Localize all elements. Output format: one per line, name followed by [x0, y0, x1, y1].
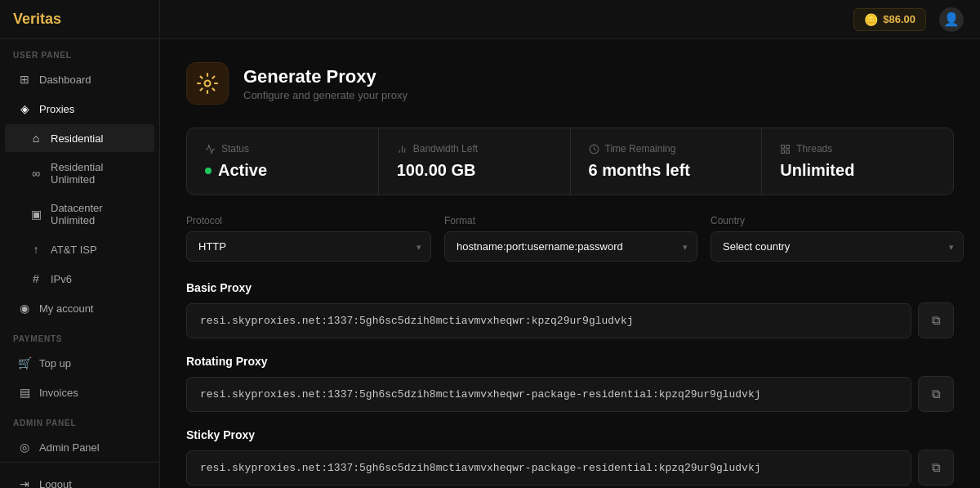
- user-panel-label: USER PANEL: [0, 39, 159, 65]
- stat-bandwidth-label: Bandwidth Left: [397, 143, 552, 154]
- balance-badge[interactable]: 🪙 $86.00: [853, 8, 926, 31]
- sidebar-item-label: Admin Panel: [39, 441, 100, 454]
- page-icon: [186, 62, 229, 105]
- sidebar-item-top-up[interactable]: 🛒 Top up: [5, 349, 154, 377]
- app-logo: Veritas: [0, 0, 159, 39]
- ipv6-icon: #: [29, 272, 42, 285]
- logout-icon: ⇥: [18, 477, 31, 488]
- payments-label: PAYMENTS: [0, 323, 159, 348]
- page-header: Generate Proxy Configure and generate yo…: [186, 62, 954, 105]
- sidebar-item-label: My account: [39, 302, 93, 315]
- app-name: Veritas: [13, 11, 61, 28]
- basic-proxy-section: Basic Proxy ⧉: [186, 281, 954, 338]
- basic-proxy-input[interactable]: [186, 303, 911, 338]
- svg-point-0: [205, 81, 211, 87]
- svg-rect-6: [786, 145, 790, 148]
- svg-rect-7: [782, 150, 785, 153]
- rotating-proxy-title: Rotating Proxy: [186, 355, 954, 368]
- sidebar-item-dashboard[interactable]: ⊞ Dashboard: [5, 65, 154, 93]
- user-icon: 👤: [943, 11, 960, 27]
- wallet-icon: 🪙: [864, 13, 878, 26]
- admin-icon: ◎: [18, 441, 31, 454]
- copy-icon: ⧉: [932, 460, 941, 475]
- stat-time-value: 6 months left: [589, 161, 744, 180]
- stat-bandwidth: Bandwidth Left 100.00 GB: [379, 128, 571, 195]
- rotating-proxy-row: ⧉: [186, 376, 954, 412]
- green-dot: [205, 168, 212, 174]
- stat-threads: Threads Unlimited: [762, 128, 953, 195]
- controls-row: Protocol HTTP HTTPS SOCKS5 ▾ Format host…: [186, 215, 954, 262]
- country-label: Country: [710, 215, 964, 226]
- sidebar-item-my-account[interactable]: ◉ My account: [5, 294, 154, 322]
- sticky-proxy-copy-button[interactable]: ⧉: [918, 450, 954, 486]
- stat-time: Time Remaining 6 months left: [571, 128, 763, 195]
- stat-status: Status Active: [187, 128, 379, 195]
- page-title-group: Generate Proxy Configure and generate yo…: [243, 66, 408, 101]
- sidebar-item-label: Dashboard: [39, 74, 91, 86]
- copy-icon: ⧉: [932, 387, 941, 401]
- user-avatar[interactable]: 👤: [939, 7, 964, 32]
- datacenter-icon: ▣: [29, 208, 42, 221]
- protocol-label: Protocol: [186, 215, 431, 226]
- sidebar-item-label: IPv6: [51, 273, 72, 285]
- page-title: Generate Proxy: [243, 66, 408, 87]
- basic-proxy-title: Basic Proxy: [186, 281, 954, 294]
- stat-time-label: Time Remaining: [589, 143, 744, 154]
- sidebar-item-logout[interactable]: ⇥ Logout: [5, 470, 154, 488]
- topbar: 🪙 $86.00 👤: [160, 0, 980, 39]
- stat-status-value: Active: [205, 161, 360, 180]
- rotating-proxy-section: Rotating Proxy ⧉: [186, 355, 954, 412]
- svg-rect-8: [786, 150, 790, 153]
- sidebar-item-ipv6[interactable]: # IPv6: [5, 265, 154, 293]
- sticky-proxy-input[interactable]: [186, 450, 911, 486]
- sidebar-item-label: Logout: [39, 478, 72, 489]
- page-content: Generate Proxy Configure and generate yo…: [160, 39, 980, 488]
- format-label: Format: [444, 215, 697, 226]
- rotating-proxy-copy-button[interactable]: ⧉: [918, 376, 954, 412]
- sidebar-item-label: Proxies: [39, 103, 74, 115]
- balance-value: $86.00: [883, 13, 915, 25]
- stat-threads-value: Unlimited: [780, 161, 935, 180]
- invoices-icon: ▤: [18, 386, 31, 399]
- sidebar-item-label: Top up: [39, 357, 71, 369]
- sidebar-item-invoices[interactable]: ▤ Invoices: [5, 378, 154, 406]
- format-select-wrap: hostname:port:username:password username…: [444, 231, 697, 262]
- residential-unlimited-icon: ∞: [29, 167, 42, 180]
- sidebar-item-label: Datacenter Unlimited: [51, 202, 141, 226]
- sidebar-item-label: Residential: [51, 132, 103, 145]
- protocol-select[interactable]: HTTP HTTPS SOCKS5: [186, 231, 431, 262]
- basic-proxy-copy-button[interactable]: ⧉: [918, 302, 954, 338]
- sidebar-item-label: Invoices: [39, 387, 78, 399]
- protocol-select-wrap: HTTP HTTPS SOCKS5 ▾: [186, 231, 431, 262]
- sidebar: Veritas USER PANEL ⊞ Dashboard ◈ Proxies…: [0, 0, 160, 488]
- admin-label: ADMIN PANEL: [0, 407, 159, 432]
- sidebar-item-admin[interactable]: ◎ Admin Panel: [5, 433, 154, 461]
- copy-icon: ⧉: [932, 313, 941, 328]
- topup-icon: 🛒: [18, 356, 31, 369]
- country-select[interactable]: Select country United States United King…: [710, 231, 964, 262]
- sidebar-item-residential[interactable]: ⌂ Residential: [5, 124, 154, 152]
- country-select-wrap: Select country United States United King…: [710, 231, 964, 262]
- stats-row: Status Active Bandwidth Left 100.00 GB T…: [186, 128, 954, 195]
- sidebar-item-att-isp[interactable]: ↑ AT&T ISP: [5, 235, 154, 263]
- dashboard-icon: ⊞: [18, 73, 31, 86]
- sidebar-item-datacenter-unlimited[interactable]: ▣ Datacenter Unlimited: [5, 195, 154, 234]
- residential-icon: ⌂: [29, 132, 42, 145]
- sticky-proxy-row: ⧉: [186, 450, 954, 486]
- stat-bandwidth-value: 100.00 GB: [397, 161, 552, 180]
- page-subtitle: Configure and generate your proxy: [243, 89, 408, 101]
- basic-proxy-row: ⧉: [186, 302, 954, 338]
- sidebar-item-proxies[interactable]: ◈ Proxies: [5, 95, 154, 123]
- sidebar-item-residential-unlimited[interactable]: ∞ Residential Unlimited: [5, 154, 154, 193]
- protocol-control: Protocol HTTP HTTPS SOCKS5 ▾: [186, 215, 431, 262]
- format-control: Format hostname:port:username:password u…: [444, 215, 697, 262]
- rotating-proxy-input[interactable]: [186, 377, 911, 412]
- country-control: Country Select country United States Uni…: [710, 215, 964, 262]
- sticky-proxy-section: Sticky Proxy ⧉: [186, 428, 954, 486]
- sidebar-item-label: Residential Unlimited: [51, 161, 141, 186]
- sticky-proxy-title: Sticky Proxy: [186, 428, 954, 441]
- format-select[interactable]: hostname:port:username:password username…: [444, 231, 697, 262]
- main-content: 🪙 $86.00 👤 Generate Proxy Configure and …: [160, 0, 980, 488]
- stat-status-label: Status: [205, 143, 360, 154]
- stat-threads-label: Threads: [780, 143, 935, 154]
